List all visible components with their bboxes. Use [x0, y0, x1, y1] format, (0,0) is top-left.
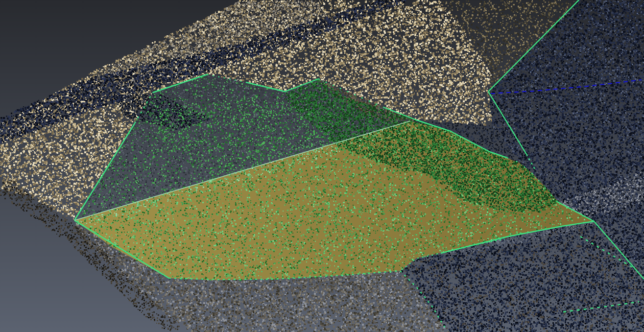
- viewport-3d: [0, 0, 644, 332]
- point-cloud-canvas[interactable]: [0, 0, 644, 332]
